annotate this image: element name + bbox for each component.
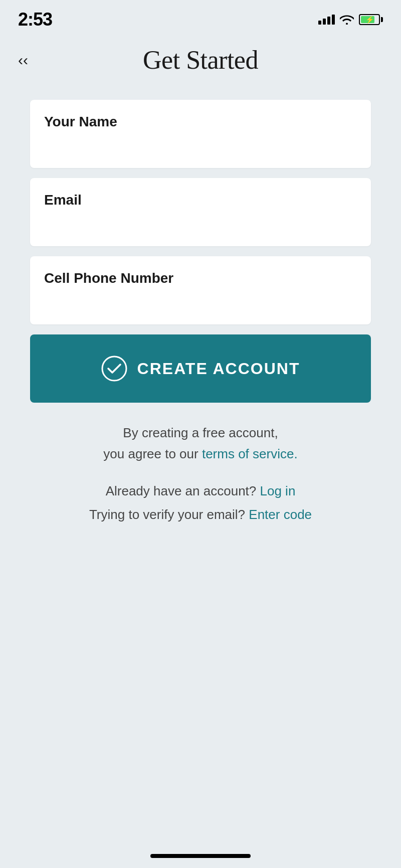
status-time: 2:53 [18,9,52,30]
name-label: Your Name [44,114,357,130]
phone-field: Cell Phone Number [30,256,371,324]
email-input[interactable] [44,213,357,226]
login-prefix: Already have an account? [106,483,260,498]
header: ‹‹ Get Started [0,35,401,90]
checkmark-icon [101,356,127,382]
status-bar: 2:53 ⚡ [0,0,401,35]
battery-icon: ⚡ [359,14,383,25]
form-container: Your Name Email Cell Phone Number CREATE… [0,100,401,403]
svg-point-0 [102,357,126,381]
email-field: Email [30,178,371,246]
email-label: Email [44,192,357,208]
name-input[interactable] [44,135,357,148]
login-link[interactable]: Log in [260,483,296,498]
name-field: Your Name [30,100,371,168]
create-account-button[interactable]: CREATE ACCOUNT [30,334,371,403]
terms-line2: you agree to our [103,446,202,461]
back-button[interactable]: ‹‹ [18,53,28,68]
terms-of-service-link[interactable]: terms of service. [202,446,298,461]
enter-code-link[interactable]: Enter code [249,507,312,522]
terms-paragraph: By creating a free account, you agree to… [20,423,381,464]
page-title: Get Started [143,45,258,75]
footer: By creating a free account, you agree to… [0,423,401,527]
create-account-label: CREATE ACCOUNT [137,360,300,378]
verify-prefix: Trying to verify your email? [89,507,249,522]
home-indicator [150,854,251,858]
account-paragraph: Already have an account? Log in Trying t… [20,479,381,527]
signal-icon [318,15,335,25]
phone-input[interactable] [44,291,357,304]
status-icons: ⚡ [318,14,383,25]
phone-label: Cell Phone Number [44,270,357,286]
terms-line1: By creating a free account, [123,425,278,440]
wifi-icon [340,15,354,25]
